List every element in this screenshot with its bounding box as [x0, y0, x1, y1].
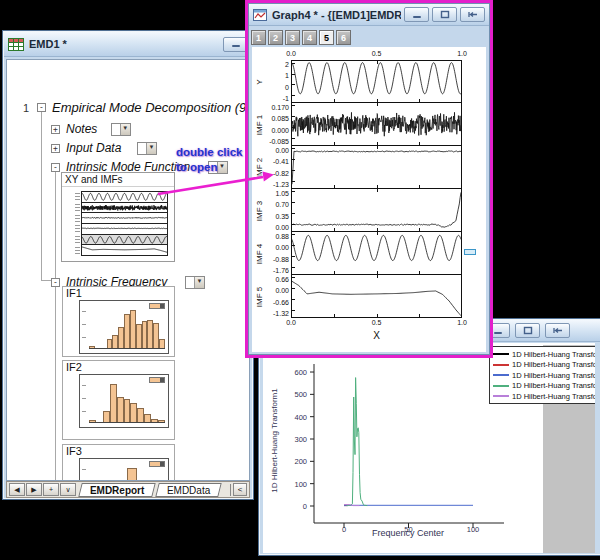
tick-mark	[292, 170, 295, 171]
hist-bar	[110, 384, 117, 422]
intrinsic-frequency-dropdown-button[interactable]	[185, 276, 205, 289]
tree-node-notes: + Notes	[51, 122, 131, 136]
hist-bar	[158, 420, 165, 422]
graph4-title: Graph4 * - {[EMD1]EMDRepo...	[272, 9, 401, 21]
tick-mark	[377, 185, 378, 188]
hht-graph-page[interactable]: 1D Hilbert-Huang Transform1 Frequency Ce…	[263, 343, 595, 553]
y-tick-label: -0.82	[273, 170, 289, 177]
graph4-plot-4[interactable]	[291, 189, 462, 232]
graph4-window: Graph4 * - {[EMD1]EMDRepo... 123456 0.00…	[245, 0, 493, 358]
tick-mark	[419, 185, 420, 188]
page-button-1[interactable]: 1	[251, 30, 266, 45]
graph4-titlebar[interactable]: Graph4 * - {[EMD1]EMDRepo...	[249, 4, 489, 26]
hht-x-tick-label: 0	[342, 525, 346, 534]
notes-dropdown-button[interactable]	[111, 123, 131, 136]
mini-panel-4	[82, 224, 167, 235]
legend-label: 1D Hilbert-Huang Transform3	[512, 371, 595, 380]
embedded-xy-imfs-graph[interactable]: XY and IMFs	[61, 172, 175, 262]
tick-mark	[292, 181, 295, 182]
if3-histogram[interactable]	[79, 458, 169, 481]
y-tick-label: 0.00	[275, 147, 289, 154]
notes-expand-box[interactable]: +	[51, 125, 60, 134]
y-tick-label: 0.000	[271, 127, 289, 134]
tree-node-input-data: + Input Data	[51, 141, 157, 155]
tab-scroll-right-button[interactable]: ▶	[26, 483, 42, 496]
if1-section[interactable]: IF1	[62, 286, 175, 357]
hht-maximize-button[interactable]	[515, 323, 540, 338]
selection-handle[interactable]	[464, 249, 476, 255]
y-tick-label: 0.170	[271, 104, 289, 111]
y-tick-label: 0.88	[275, 233, 289, 240]
mini-axis-mark	[75, 231, 80, 232]
panel-axis-labels: IMF 31.050.700.350.00	[252, 189, 291, 232]
graph4-plot-1[interactable]	[291, 60, 462, 103]
page-button-5[interactable]: 5	[319, 30, 334, 45]
add-sheet-button[interactable]: +	[43, 483, 59, 496]
hht-y-tick-label: 400	[277, 413, 307, 422]
hht-plot-area[interactable]	[309, 359, 514, 534]
page-button-4[interactable]: 4	[302, 30, 317, 45]
callout-line-1: double click	[176, 145, 242, 160]
if2-histogram[interactable]	[79, 374, 169, 428]
tab-scroll-left-button[interactable]: ◀	[9, 483, 25, 496]
graph4-maximize-button[interactable]	[432, 7, 457, 22]
tick-mark	[377, 142, 378, 145]
graph4-plot-3[interactable]	[291, 146, 462, 189]
root-collapse-box[interactable]: -	[37, 103, 46, 112]
worksheet-icon	[8, 38, 24, 51]
intrinsic-frequency-expand-box[interactable]: -	[51, 278, 60, 287]
graph4-panel-6: IMF 50.660.00-0.66-1.32	[252, 275, 486, 318]
y-tick-label: 0.085	[271, 115, 289, 122]
hht-legend[interactable]: 1D Hilbert-Huang Transform11D Hilbert-Hu…	[489, 346, 595, 404]
legend-entry: 1D Hilbert-Huang Transform5	[493, 391, 595, 402]
input-data-dropdown-button[interactable]	[137, 142, 157, 155]
embedded-graph-plot[interactable]	[81, 191, 168, 256]
sheet-tab-bar: ◀ ▶ + ∨ EMDReport EMDData <	[6, 481, 250, 498]
x-tick-label: 0.0	[286, 50, 296, 57]
tick-mark	[292, 224, 295, 225]
page-button-3[interactable]: 3	[285, 30, 300, 45]
tick-mark	[377, 271, 378, 274]
page-button-2[interactable]: 2	[268, 30, 283, 45]
panel-ylabel: IMF 1	[255, 114, 264, 134]
sheet-list-button[interactable]: ∨	[60, 483, 76, 496]
tick-mark	[292, 159, 295, 160]
tick-mark	[419, 99, 420, 102]
graph-icon	[253, 9, 267, 21]
y-tick-label: 0	[285, 84, 289, 91]
graph4-minimize-button[interactable]	[404, 7, 429, 22]
if1-histogram[interactable]	[79, 300, 169, 354]
panel-axis-labels: IMF 20.00-0.41-0.82-1.23	[252, 146, 291, 189]
graph4-plot-6[interactable]	[291, 275, 462, 318]
page-button-6[interactable]: 6	[336, 30, 351, 45]
panel-ylabel: Y	[255, 79, 264, 84]
emd1-titlebar[interactable]: EMD1 *	[4, 32, 252, 57]
tab-emddata[interactable]: EMDData	[156, 483, 223, 497]
emd1-title: EMD1 *	[29, 38, 220, 50]
x-tick-label: 1.0	[457, 50, 467, 57]
x-tick-label: 0.0	[286, 319, 296, 326]
input-data-expand-box[interactable]: +	[51, 144, 60, 153]
tick-mark	[292, 138, 295, 139]
graph4-restore-button[interactable]	[460, 7, 485, 22]
graph4-plot-5[interactable]	[291, 232, 462, 275]
hist-bar	[103, 411, 110, 422]
imf-expand-box[interactable]: -	[51, 163, 60, 172]
hht-restore-button[interactable]	[545, 323, 570, 338]
hht-y-tick-label: 200	[277, 457, 307, 466]
hscroll-left-arrow[interactable]: <	[233, 483, 247, 496]
y-tick-label: -0.66	[273, 299, 289, 306]
tick-mark	[292, 267, 295, 268]
tab-emdreport[interactable]: EMDReport	[78, 483, 156, 497]
graph4-page[interactable]: 0.00.51.0 Y210-1IMF 10.1700.0850.000-0.0…	[252, 47, 486, 352]
panel-axis-labels: IMF 50.660.00-0.66-1.32	[252, 275, 291, 318]
if2-section[interactable]: IF2	[62, 360, 175, 440]
hist-bars	[89, 310, 165, 349]
graph4-plot-2[interactable]	[291, 103, 462, 146]
tick-mark	[419, 271, 420, 274]
if3-section[interactable]: IF3	[62, 444, 175, 481]
tick-mark	[292, 191, 295, 192]
layer-page-buttons: 123456	[251, 28, 353, 47]
report-root-title: Empirical Mode Decomposition (9/26/2	[52, 100, 250, 115]
tick-mark	[292, 256, 295, 257]
